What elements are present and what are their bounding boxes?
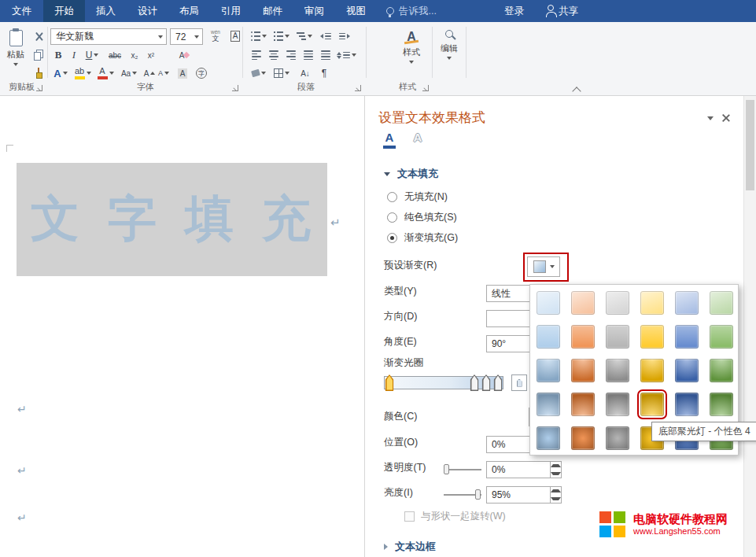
ribbon-tab-2[interactable]: 设计: [127, 0, 168, 22]
decrease-indent-button[interactable]: [317, 28, 334, 45]
show-marks-button[interactable]: ¶: [316, 65, 332, 82]
radio-icon[interactable]: [387, 192, 397, 202]
close-icon[interactable]: [721, 113, 731, 123]
gradient-stops-bar[interactable]: [384, 376, 503, 389]
gradient-preset-swatch[interactable]: [675, 359, 699, 382]
shrink-font-button[interactable]: A: [157, 65, 170, 82]
tab-text-effects[interactable]: A: [408, 131, 428, 154]
pane-scrollbar[interactable]: [743, 96, 756, 557]
gradient-stop-handle[interactable]: [494, 374, 503, 391]
gradient-preset-swatch[interactable]: [640, 291, 664, 315]
cut-button[interactable]: [31, 28, 46, 45]
font-dialog-launcher[interactable]: [232, 85, 238, 91]
editing-button[interactable]: 编辑: [435, 26, 463, 84]
tell-me-search[interactable]: 告诉我...: [386, 0, 437, 22]
numbering-button[interactable]: [271, 28, 292, 45]
slider-thumb[interactable]: [475, 489, 481, 500]
italic-button[interactable]: I: [67, 46, 81, 64]
ribbon-tab-4[interactable]: 引用: [210, 0, 252, 22]
sort-button[interactable]: A↓: [296, 65, 315, 82]
gradient-preset-swatch[interactable]: [606, 426, 629, 450]
radio-icon-selected[interactable]: [387, 233, 397, 243]
change-case-button[interactable]: Aa: [118, 65, 140, 82]
gradient-preset-swatch[interactable]: [537, 291, 560, 315]
gradient-preset-swatch[interactable]: [606, 393, 629, 416]
option-no-fill[interactable]: 无填充(N): [387, 190, 448, 204]
section-text-outline[interactable]: 文本边框: [384, 540, 436, 554]
increase-indent-button[interactable]: [336, 28, 353, 45]
gradient-preset-swatch[interactable]: [571, 393, 595, 416]
section-text-fill[interactable]: 文本填充: [384, 167, 438, 181]
selected-wordart-text[interactable]: 文字填充: [17, 163, 327, 276]
gradient-preset-swatch[interactable]: [537, 393, 560, 416]
gradient-preset-swatch[interactable]: [640, 325, 664, 349]
underline-button[interactable]: U: [82, 46, 102, 64]
line-spacing-button[interactable]: [335, 46, 357, 64]
character-shading-button[interactable]: A: [175, 65, 190, 82]
gradient-preset-swatch[interactable]: [571, 359, 595, 382]
character-border-button[interactable]: A: [227, 28, 243, 45]
rotate-with-shape-option[interactable]: 与形状一起旋转(W): [404, 510, 506, 523]
spin-up-button[interactable]: [551, 487, 561, 495]
gradient-preset-swatch[interactable]: [571, 325, 595, 349]
gradient-stop-handle[interactable]: [470, 374, 479, 391]
styles-dialog-launcher[interactable]: [422, 85, 429, 91]
slider-thumb[interactable]: [444, 464, 449, 474]
gradient-preset-swatch[interactable]: [710, 359, 733, 382]
font-size-combo[interactable]: 72: [170, 28, 203, 45]
ribbon-tab-6[interactable]: 审阅: [293, 0, 335, 22]
justify-button[interactable]: [301, 46, 316, 64]
gradient-stop-handle[interactable]: [482, 374, 491, 391]
ribbon-tab-file[interactable]: 文件: [0, 0, 43, 22]
add-gradient-stop-button[interactable]: [511, 374, 527, 391]
gradient-preset-swatch[interactable]: [571, 291, 595, 315]
option-solid-fill[interactable]: 纯色填充(S): [387, 211, 457, 224]
gradient-preset-swatch[interactable]: [710, 325, 733, 349]
sign-in-button[interactable]: 登录: [492, 0, 537, 22]
ribbon-tab-0[interactable]: 开始: [43, 0, 85, 22]
spin-down-button[interactable]: [551, 470, 561, 478]
copy-button[interactable]: [31, 46, 46, 63]
gradient-preset-swatch[interactable]: [640, 359, 664, 382]
tab-text-fill-outline[interactable]: A: [379, 131, 400, 154]
font-name-combo[interactable]: 华文新魏: [50, 28, 167, 45]
share-button[interactable]: 共享: [537, 0, 589, 22]
scrollbar-thumb[interactable]: [746, 100, 754, 190]
checkbox-icon[interactable]: [404, 511, 415, 522]
shading-button[interactable]: [249, 65, 269, 82]
gradient-preset-swatch[interactable]: [710, 393, 733, 416]
spin-up-button[interactable]: [551, 462, 561, 470]
paragraph-dialog-launcher[interactable]: [355, 85, 361, 91]
grow-font-button[interactable]: A: [143, 65, 156, 82]
gradient-preset-swatch[interactable]: [606, 291, 629, 315]
bullets-button[interactable]: [249, 28, 269, 45]
text-highlight-button[interactable]: ab: [72, 65, 93, 82]
gradient-preset-swatch[interactable]: [537, 325, 560, 349]
gradient-stop-handle[interactable]: [385, 374, 394, 391]
ribbon-tab-7[interactable]: 视图: [335, 0, 377, 22]
distribute-button[interactable]: [318, 46, 334, 64]
align-center-button[interactable]: [266, 46, 282, 64]
phonetic-guide-button[interactable]: wén 文: [206, 28, 225, 45]
styles-gallery-button[interactable]: A 样式: [396, 26, 426, 84]
strikethrough-button[interactable]: abc: [105, 46, 125, 64]
transparency-spinner[interactable]: 0%: [486, 461, 562, 478]
brightness-spinner[interactable]: 95%: [486, 486, 562, 504]
gradient-preset-swatch[interactable]: [710, 291, 733, 315]
gradient-preset-swatch[interactable]: [537, 359, 560, 382]
align-left-button[interactable]: [249, 46, 264, 64]
multilevel-list-button[interactable]: [294, 28, 315, 45]
spin-down-button[interactable]: [551, 495, 561, 503]
font-color-button[interactable]: A: [95, 65, 116, 82]
clipboard-dialog-launcher[interactable]: [36, 85, 42, 91]
borders-button[interactable]: [271, 65, 292, 82]
subscript-button[interactable]: x₂: [127, 46, 142, 64]
align-right-button[interactable]: [283, 46, 299, 64]
transparency-slider[interactable]: [444, 464, 481, 474]
bold-button[interactable]: B: [50, 46, 66, 64]
collapse-ribbon-chevron[interactable]: [572, 87, 581, 95]
brightness-slider[interactable]: [444, 489, 481, 500]
gradient-preset-swatch[interactable]: [606, 325, 629, 349]
gradient-preset-swatch[interactable]: [537, 426, 560, 450]
text-effects-button[interactable]: A: [50, 65, 71, 82]
